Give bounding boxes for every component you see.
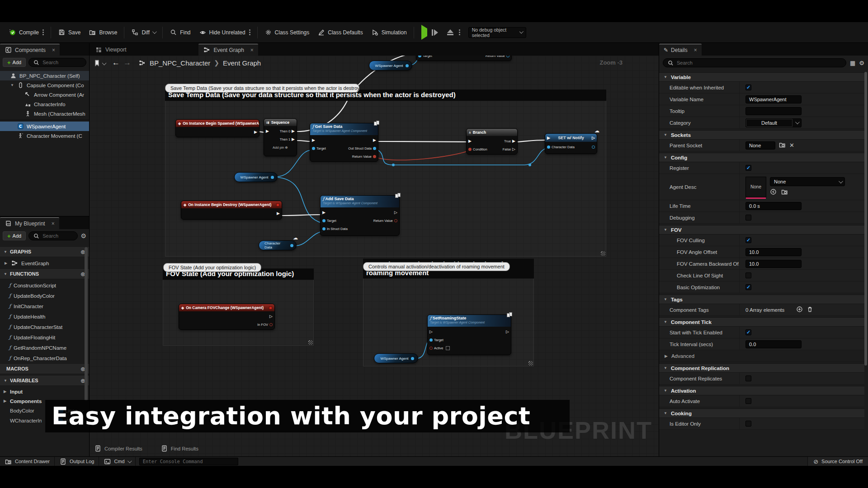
- details-section-component-tick[interactable]: ▼Component Tick: [659, 317, 864, 327]
- variable-category-input[interactable]: ▶Input: [0, 387, 89, 396]
- fov-camera-backward-of-field[interactable]: 10.0: [745, 260, 802, 268]
- check-line-of-sight-checkbox[interactable]: [745, 272, 751, 278]
- simulation-button[interactable]: Simulation: [367, 25, 411, 40]
- save-button[interactable]: Save: [54, 25, 85, 40]
- blue-pin-icon[interactable]: [592, 145, 595, 149]
- exec-pin-icon[interactable]: ▶: [254, 130, 257, 134]
- component-row-bp-npc-character-self[interactable]: BP_NPC_Character (Self): [0, 71, 89, 80]
- section-macros[interactable]: MACROS⊕: [0, 363, 89, 374]
- debug-object-dropdown[interactable]: No debug object selected: [468, 27, 526, 38]
- exec-pin-icon[interactable]: ▶: [547, 136, 550, 140]
- tab-find-results[interactable]: Find Results: [160, 445, 198, 452]
- red-pin-icon[interactable]: [468, 148, 472, 151]
- blue-pin-icon[interactable]: [322, 227, 326, 230]
- content-drawer-button[interactable]: Content Drawer: [0, 457, 55, 466]
- section-graphs[interactable]: ▼GRAPHS⊕: [0, 246, 89, 257]
- output-log-button[interactable]: Output Log: [55, 457, 99, 466]
- red-pin-icon[interactable]: [429, 347, 433, 350]
- component-row-capsule-component-co[interactable]: ▼Capsule Component (Co: [0, 80, 89, 90]
- close-icon[interactable]: ×: [694, 47, 697, 53]
- component-row-wspawneragent[interactable]: WSpawnerAgent: [0, 122, 89, 131]
- diff-button[interactable]: Diff: [127, 25, 160, 40]
- red-pin-icon[interactable]: [373, 155, 376, 158]
- details-section-activation[interactable]: ▼Activation: [659, 386, 864, 395]
- tab-event-graph[interactable]: Event Graph ×: [198, 44, 258, 56]
- exec-pin-icon[interactable]: ▶: [322, 211, 326, 215]
- add-component-button[interactable]: +Add: [3, 58, 26, 67]
- hide-unrelated-button[interactable]: Hide Unrelated: [195, 25, 255, 40]
- function-item-getrandomnpcname[interactable]: ƒGetRandomNPCName: [0, 343, 89, 353]
- components-search-input[interactable]: Search: [28, 58, 86, 67]
- start-with-tick-enabled-checkbox[interactable]: ✓: [745, 329, 751, 335]
- exec-pin-icon[interactable]: ▷: [506, 330, 509, 334]
- exec-pin-icon[interactable]: ▶: [312, 138, 315, 142]
- clear-array-icon[interactable]: [807, 306, 813, 314]
- details-section-cooking[interactable]: ▼Cooking: [659, 408, 864, 418]
- details-search-input[interactable]: Search: [663, 58, 846, 67]
- blue-pin-icon[interactable]: [312, 147, 315, 150]
- display-options-icon[interactable]: ▦: [850, 60, 855, 66]
- browse-socket-icon[interactable]: [779, 141, 786, 150]
- function-item-initcharacter[interactable]: ƒInitCharacter: [0, 301, 89, 311]
- tab-details[interactable]: ✎ Details ×: [659, 44, 702, 56]
- compile-button[interactable]: Compile: [5, 25, 48, 40]
- node-on-camera-fovchange[interactable]: ◆On Camera FOVChange (WSpawnerAgent)▷In …: [179, 304, 275, 330]
- node-get-save-data[interactable]: ƒ Get Save DataTarget is WSpawner Agent …: [310, 123, 378, 162]
- exec-pin-icon[interactable]: ▶: [468, 139, 472, 143]
- blue-pin-icon[interactable]: [418, 56, 421, 57]
- component-row-character-movement-c[interactable]: Character Movement (C: [0, 131, 89, 141]
- blue-pin-icon[interactable]: [406, 64, 409, 67]
- exec-pin-icon[interactable]: ▶: [292, 129, 295, 133]
- exec-pin-icon[interactable]: ▷: [394, 211, 397, 215]
- kebab-menu-icon[interactable]: [459, 29, 460, 35]
- component-row-characterinfo[interactable]: CharacterInfo: [0, 99, 89, 109]
- details-section-sockets[interactable]: ▼Sockets: [659, 130, 864, 140]
- function-item-onrep-characterdata[interactable]: ƒOnRep_CharacterData: [0, 353, 89, 363]
- blue-pin-icon[interactable]: [547, 145, 550, 149]
- node-set-w-notify[interactable]: ▶SET w/ Notify▷Character Data: [545, 133, 597, 154]
- console-command-input[interactable]: Enter Console Command: [139, 458, 238, 465]
- blue-pin-icon[interactable]: [373, 147, 376, 150]
- details-section-component-replication[interactable]: ▼Component Replication: [659, 363, 864, 373]
- details-section-variable[interactable]: ▼Variable: [659, 72, 864, 82]
- node-add-save-data[interactable]: ƒ Add Save DataTarget is WSpawner Agent …: [320, 195, 400, 236]
- section-functions[interactable]: ▼FUNCTIONS⊕: [0, 268, 89, 279]
- kebab-menu-icon[interactable]: [42, 29, 44, 35]
- basic-optimization-checkbox[interactable]: ✓: [745, 284, 751, 290]
- exec-pin-icon[interactable]: ▷: [269, 314, 273, 319]
- frame-skip-button[interactable]: [432, 29, 438, 36]
- pin-default-checkbox[interactable]: [446, 346, 450, 350]
- add-blueprint-item-button[interactable]: +Add: [3, 231, 26, 240]
- use-selected-icon[interactable]: [770, 188, 777, 197]
- node-setroamingstate[interactable]: ƒ SetRoamingStateTarget is WSpawner Agen…: [427, 314, 511, 355]
- my-blueprint-scrollbar[interactable]: [85, 247, 88, 401]
- gear-icon[interactable]: ⚙: [859, 60, 864, 66]
- class-settings-button[interactable]: Class Settings: [260, 25, 314, 40]
- node-on-instance-begin-destroy[interactable]: ◆On Instance Begin Destroy (WSpawnerAgen…: [181, 201, 282, 220]
- tab-my-blueprint[interactable]: My Blueprint ×: [0, 217, 59, 229]
- fov-angle-offset-field[interactable]: 10.0: [745, 248, 802, 256]
- node-on-instance-begin-spawned[interactable]: ◆On Instance Begin Spawned (WSpawnerAgen…: [175, 119, 259, 137]
- close-icon[interactable]: ×: [52, 221, 55, 227]
- chevron-down-icon[interactable]: [102, 61, 107, 65]
- function-item-updatehealth[interactable]: ƒUpdateHealth: [0, 311, 89, 322]
- exec-pin-icon[interactable]: ▶: [292, 137, 295, 141]
- blue-pin-icon[interactable]: [290, 244, 293, 247]
- auto-activate-checkbox[interactable]: [745, 398, 751, 404]
- tab-components[interactable]: Components ×: [0, 44, 60, 56]
- details-section-tags[interactable]: ▼Tags: [659, 295, 864, 304]
- variable-pill-character-data[interactable]: Character Data: [259, 240, 297, 250]
- add-element-icon[interactable]: [796, 306, 803, 314]
- component-row-mesh-charactermesh[interactable]: Mesh (CharacterMesh: [0, 109, 89, 118]
- forward-arrow-icon[interactable]: →: [123, 58, 131, 67]
- blue-pin-icon[interactable]: [322, 219, 326, 222]
- exec-pin-icon[interactable]: ▷: [429, 330, 433, 334]
- gear-icon[interactable]: ⚙: [80, 232, 86, 239]
- my-blueprint-search-input[interactable]: Search: [28, 231, 78, 240]
- bookmark-icon[interactable]: [93, 59, 101, 67]
- breadcrumb-root[interactable]: BP_NPC_Character: [150, 59, 210, 67]
- expander-icon[interactable]: ▼: [10, 83, 14, 87]
- cmd-dropdown[interactable]: Cmd: [99, 457, 135, 466]
- kebab-menu-icon[interactable]: [249, 29, 250, 35]
- variable-name-field[interactable]: WSpawnerAgent: [745, 95, 802, 103]
